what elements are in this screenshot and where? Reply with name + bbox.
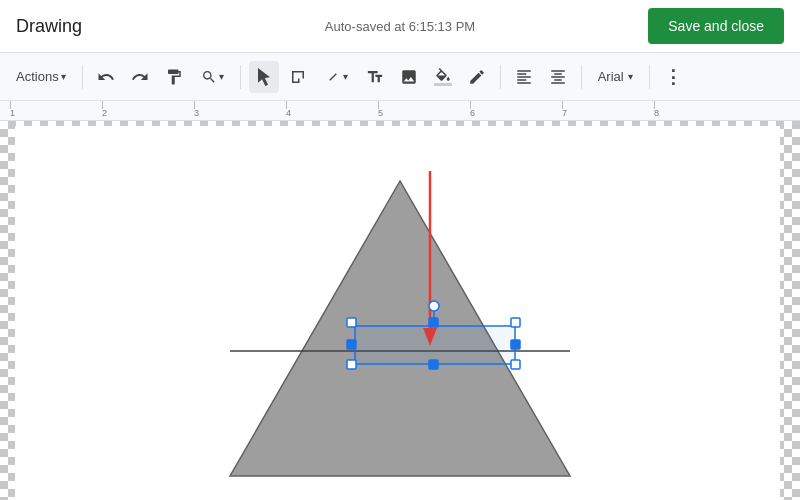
canvas-area: 12345678 [0,101,800,500]
actions-label: Actions [16,69,59,84]
handle-mr [511,340,520,349]
image-tool-button[interactable] [394,61,424,93]
pen-icon [468,68,486,86]
handle-bm [429,360,438,369]
format-paint-button[interactable] [159,61,189,93]
text-tool-button[interactable] [360,61,390,93]
drawing-canvas[interactable] [0,121,800,500]
text-icon [366,68,384,86]
rotate-handle [429,301,439,311]
ruler-mark-8: 8 [654,101,659,121]
redo-button[interactable] [125,61,155,93]
align-center-icon [549,68,567,86]
divider-5 [649,65,650,89]
toolbar: Actions ▾ ▾ ▾ [0,53,800,101]
undo-icon [97,68,115,86]
font-chevron-icon: ▾ [628,71,633,82]
align-left-icon [515,68,533,86]
select-icon [255,68,273,86]
ruler-mark-4: 4 [286,101,291,121]
handle-tl [347,318,356,327]
line-tool-dropdown[interactable]: ▾ [317,61,356,93]
ruler-top: 12345678 [0,101,800,121]
ruler-mark-1: 1 [10,101,15,121]
redo-icon [131,68,149,86]
select-tool-button[interactable] [249,61,279,93]
more-icon: ⋮ [664,66,683,88]
line-icon [325,69,341,85]
app-title: Drawing [16,16,82,37]
align-center-button[interactable] [543,61,573,93]
ruler-mark-6: 6 [470,101,475,121]
divider-4 [581,65,582,89]
autosaved-text: Auto-saved at 6:15:13 PM [325,19,475,34]
zoom-dropdown[interactable]: ▾ [193,61,232,93]
divider-1 [82,65,83,89]
ruler-mark-7: 7 [562,101,567,121]
handle-tr [511,318,520,327]
shape-tool-button[interactable] [283,61,313,93]
pen-tool-button[interactable] [462,61,492,93]
header-center: Auto-saved at 6:15:13 PM [325,19,475,34]
more-options-button[interactable]: ⋮ [658,61,689,93]
font-label: Arial [598,69,624,84]
divider-2 [240,65,241,89]
handle-br [511,360,520,369]
canvas-svg [0,121,800,500]
ruler-mark-2: 2 [102,101,107,121]
fill-color-button[interactable] [428,61,458,93]
font-selector[interactable]: Arial ▾ [590,61,641,93]
zoom-icon [201,69,217,85]
header-left: Drawing [16,16,82,37]
line-chevron-icon: ▾ [343,71,348,82]
fill-icon [434,68,452,86]
selection-rect [355,326,515,364]
divider-3 [500,65,501,89]
handle-bl [347,360,356,369]
align-left-button[interactable] [509,61,539,93]
handle-ml [347,340,356,349]
app-header: Drawing Auto-saved at 6:15:13 PM Save an… [0,0,800,53]
ruler-mark-3: 3 [194,101,199,121]
shape-icon [289,68,307,86]
image-icon [400,68,418,86]
format-paint-icon [165,68,183,86]
save-close-button[interactable]: Save and close [648,8,784,44]
actions-chevron-icon: ▾ [61,71,66,82]
ruler-mark-5: 5 [378,101,383,121]
undo-button[interactable] [91,61,121,93]
zoom-chevron-icon: ▾ [219,71,224,82]
actions-dropdown[interactable]: Actions ▾ [8,61,74,93]
